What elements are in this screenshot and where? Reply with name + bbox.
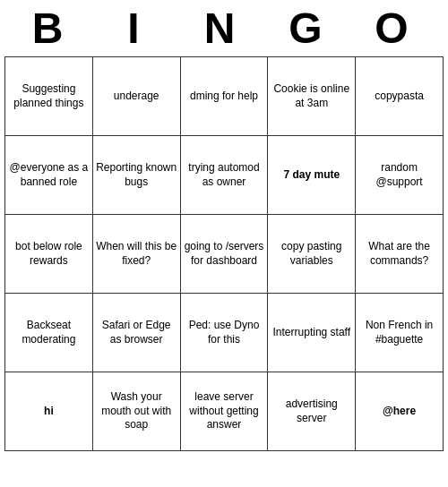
bingo-cell-4-0: hi [5,372,93,451]
bingo-cell-2-4: What are the commands? [356,215,444,294]
bingo-cell-0-2: dming for help [180,57,268,136]
bingo-cell-1-1: Reporting known bugs [92,136,180,215]
letter-i: I [95,4,181,53]
bingo-cell-2-3: copy pasting variables [268,215,356,294]
bingo-cell-1-2: trying automod as owner [180,136,268,215]
bingo-cell-0-0: Suggesting planned things [5,57,93,136]
bingo-cell-3-1: Safari or Edge as browser [92,294,180,372]
bingo-cell-0-4: copypasta [356,57,444,136]
bingo-cell-3-2: Ped: use Dyno for this [180,294,268,372]
letter-g: G [267,4,353,53]
bingo-cell-2-0: bot below role rewards [5,215,93,294]
bingo-cell-4-4: @here [356,372,444,451]
letter-n: N [181,4,267,53]
bingo-header: B I N G O [0,0,448,56]
letter-b: B [9,4,95,53]
bingo-cell-4-2: leave server without getting answer [180,372,268,451]
bingo-cell-3-3: Interrupting staff [268,294,356,372]
bingo-cell-4-1: Wash your mouth out with soap [92,372,180,451]
bingo-cell-3-4: Non French in #baguette [356,294,444,372]
bingo-cell-0-1: underage [92,57,180,136]
bingo-cell-4-3: advertising server [268,372,356,451]
letter-o: O [353,4,439,53]
bingo-table: Suggesting planned thingsunderagedming f… [4,56,444,451]
bingo-cell-1-4: random @support [356,136,444,215]
bingo-cell-2-2: going to /servers for dashboard [180,215,268,294]
bingo-cell-2-1: When will this be fixed? [92,215,180,294]
bingo-cell-0-3: Cookie is online at 3am [268,57,356,136]
bingo-cell-3-0: Backseat moderating [5,294,93,372]
bingo-cell-1-0: @everyone as a banned role [5,136,93,215]
bingo-cell-1-3: 7 day mute [268,136,356,215]
